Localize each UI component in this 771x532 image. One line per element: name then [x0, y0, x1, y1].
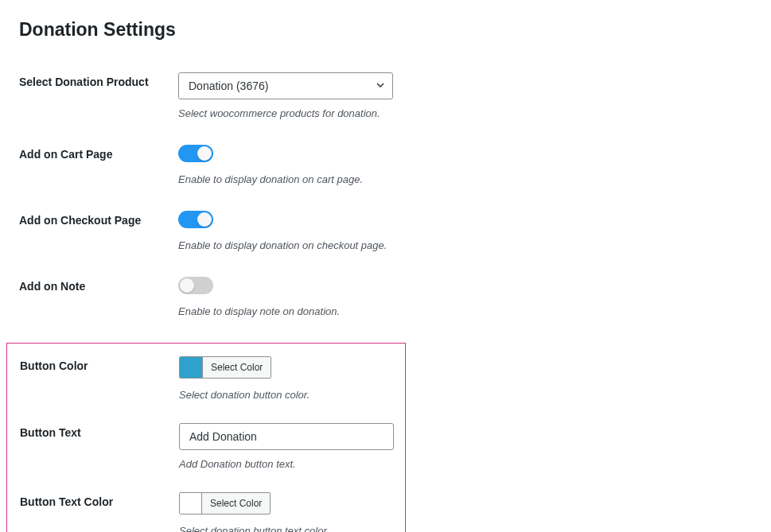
toggle-knob — [197, 212, 212, 227]
settings-form: Select Donation Product Select woocommer… — [19, 72, 752, 532]
toggle-add-checkout[interactable] — [178, 211, 213, 228]
label-add-checkout: Add on Checkout Page — [19, 211, 178, 227]
desc-select-product: Select woocommerce products for donation… — [178, 107, 393, 119]
desc-button-text: Add Donation button text. — [179, 458, 394, 470]
desc-add-checkout: Enable to display donation on checkout p… — [178, 239, 387, 251]
select-color-label[interactable]: Select Color — [202, 493, 270, 514]
donation-product-select[interactable] — [178, 72, 393, 99]
label-select-product: Select Donation Product — [19, 72, 178, 88]
row-button-text: Button Text Add Donation button text. — [20, 423, 405, 470]
row-add-note: Add on Note Enable to display note on do… — [19, 277, 752, 317]
row-button-text-color: Button Text Color Select Color Select do… — [20, 492, 405, 532]
button-text-input[interactable] — [179, 423, 394, 450]
desc-button-color: Select donation button color. — [179, 389, 310, 401]
label-add-note: Add on Note — [19, 277, 178, 293]
row-add-cart: Add on Cart Page Enable to display donat… — [19, 145, 752, 185]
row-add-checkout: Add on Checkout Page Enable to display d… — [19, 211, 752, 251]
toggle-add-cart[interactable] — [178, 145, 213, 162]
desc-add-cart: Enable to display donation on cart page. — [178, 173, 363, 185]
label-button-text-color: Button Text Color — [20, 492, 179, 508]
color-swatch-icon — [180, 493, 202, 514]
color-swatch-icon — [180, 357, 202, 378]
row-button-color: Button Color Select Color Select donatio… — [20, 356, 405, 401]
select-color-label[interactable]: Select Color — [202, 357, 271, 378]
page-title: Donation Settings — [19, 19, 752, 41]
desc-add-note: Enable to display note on donation. — [178, 305, 340, 317]
desc-button-text-color: Select donation button text color. — [179, 525, 329, 532]
label-button-text: Button Text — [20, 423, 179, 439]
label-button-color: Button Color — [20, 356, 179, 372]
donation-product-value[interactable] — [178, 72, 393, 99]
toggle-knob — [180, 278, 194, 293]
toggle-knob — [197, 146, 212, 161]
toggle-add-note[interactable] — [178, 277, 213, 294]
button-text-color-picker[interactable]: Select Color — [179, 492, 271, 515]
label-add-cart: Add on Cart Page — [19, 145, 178, 161]
row-select-product: Select Donation Product Select woocommer… — [19, 72, 752, 119]
button-color-picker[interactable]: Select Color — [179, 356, 271, 379]
highlight-annotation: Button Color Select Color Select donatio… — [6, 343, 406, 532]
